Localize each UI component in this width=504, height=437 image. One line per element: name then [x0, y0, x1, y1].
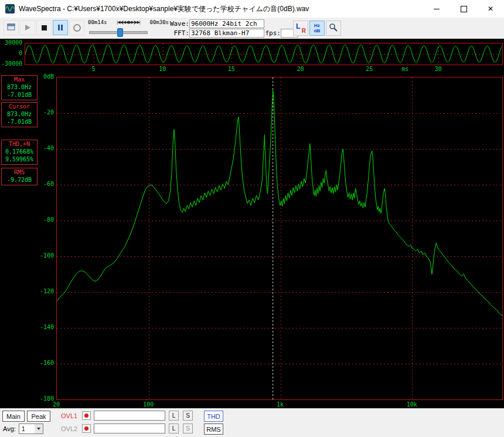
- cursor-readout: Cursor 873.0Hz -7.01dB: [1, 102, 38, 127]
- dropdown-arrow-icon[interactable]: [35, 424, 43, 433]
- ovl2-color-button[interactable]: [82, 424, 91, 433]
- spectrum-x-tick: 1k: [277, 401, 284, 408]
- thd-label: THD,+N: [2, 140, 37, 148]
- max-frequency: 873.0Hz: [2, 83, 37, 91]
- fps-label: fps:: [264, 29, 281, 37]
- wavespectra-window: { "window": { "title": "WaveSpectra - C:…: [0, 0, 504, 437]
- rms-label: RMS: [2, 168, 37, 176]
- cursor-level: -7.01dB: [2, 118, 37, 126]
- waveform-x-tick: 25: [366, 66, 373, 72]
- spectrum-y-tick: -80: [38, 216, 54, 223]
- spectrum-x-tick: 20: [53, 401, 60, 408]
- red-dot-icon: [84, 426, 88, 431]
- time-total: 00m30s: [149, 19, 169, 25]
- waveform-y-tick-zero: 0: [0, 50, 22, 56]
- waveform-x-tick: ms: [401, 66, 408, 72]
- thd-button[interactable]: THD: [204, 411, 223, 422]
- play-icon: [25, 25, 30, 31]
- waveform-x-tick: 30: [435, 66, 442, 72]
- spectrum-y-tick: -40: [38, 145, 54, 151]
- ovl2-load-button[interactable]: L: [169, 424, 179, 433]
- stop-button[interactable]: [36, 20, 52, 35]
- plot-region: 30000 0 -30000 510152025ms30 Max 873.0Hz…: [0, 39, 504, 408]
- red-dot-icon: [84, 414, 88, 418]
- seek-slider-thumb[interactable]: [117, 28, 123, 37]
- minimize-button[interactable]: [423, 0, 450, 18]
- avg-count-value: 1: [19, 426, 35, 432]
- channel-lr-icon: L R: [294, 21, 308, 35]
- spectrum-x-tick: 10k: [407, 401, 417, 408]
- seek-slider[interactable]: [89, 28, 148, 36]
- waveform-x-tick: 15: [228, 66, 235, 72]
- peak-button[interactable]: Peak: [27, 411, 50, 422]
- fft-info-row: FFT: 32768 Blkman-H7 fps:: [167, 29, 298, 38]
- bottom-control-bar: Main Peak Avg: 1 OVL1 OVL2 L S L S THD R…: [0, 408, 504, 437]
- wave-format-field: 96000Hz 24bit 2ch: [189, 19, 264, 28]
- fft-label: FFT:: [167, 29, 189, 37]
- time-current: 00m14s: [88, 19, 107, 25]
- rms-button[interactable]: RMS: [204, 424, 223, 435]
- spectrum-y-tick: -20: [38, 109, 54, 116]
- pause-button[interactable]: [53, 20, 68, 35]
- cursor-frequency: 873.0Hz: [2, 110, 37, 118]
- ovl1-color-button[interactable]: [82, 411, 91, 420]
- waveform-display: [25, 43, 503, 65]
- spectrum-display[interactable]: [56, 77, 503, 400]
- open-file-icon: [7, 23, 15, 32]
- close-button[interactable]: ✕: [477, 0, 504, 18]
- ovl2-file-field[interactable]: [94, 424, 165, 433]
- avg-label: Avg:: [3, 425, 16, 432]
- main-button[interactable]: Main: [2, 411, 25, 422]
- avg-count-dropdown[interactable]: 1: [19, 424, 43, 434]
- spectrum-y-tick: -100: [38, 252, 54, 259]
- maximize-button[interactable]: [450, 0, 477, 18]
- thd-readout: THD,+N 0.17668% 9.59965%: [1, 140, 38, 165]
- cursor-label: Cursor: [2, 103, 37, 110]
- spectrum-0db-label: 0dB: [34, 73, 54, 80]
- hz-db-icon: Hz dB: [314, 23, 321, 33]
- record-button[interactable]: [69, 20, 84, 35]
- maximize-icon: [461, 6, 467, 12]
- rms-value: -9.72dB: [2, 176, 37, 184]
- spectrum-y-tick: -140: [38, 324, 54, 330]
- spectrum-x-axis: 201001k10k: [0, 401, 504, 408]
- window-title: WaveSpectra - C:¥Users¥1700x¥Desktop¥san…: [19, 4, 423, 14]
- ovl1-load-button[interactable]: L: [169, 411, 179, 421]
- play-button[interactable]: [20, 20, 35, 35]
- toolbar: 00m14s |◀◀|◀◀ ▶▶|▶▶| 00m30s Wave: 96000H…: [0, 18, 504, 39]
- app-icon: [5, 4, 15, 13]
- titlebar[interactable]: WaveSpectra - C:¥Users¥1700x¥Desktop¥san…: [0, 0, 504, 18]
- waveform-y-tick-max: 30000: [0, 40, 22, 46]
- record-icon: [73, 24, 81, 32]
- ovl2-save-button[interactable]: S: [183, 424, 193, 433]
- waveform-x-tick: 20: [297, 66, 304, 72]
- thd-value-1: 0.17668%: [2, 148, 37, 155]
- wave-info-row: Wave: 96000Hz 24bit 2ch: [167, 19, 264, 28]
- time-cluster: 00m14s |◀◀|◀◀ ▶▶|▶▶| 00m30s: [88, 19, 169, 37]
- ovl2-label: OVL2: [61, 425, 77, 432]
- stop-icon: [42, 25, 47, 31]
- waveform-x-tick: 5: [92, 66, 96, 72]
- max-readout: Max 873.0Hz -7.01dB: [1, 75, 38, 100]
- ovl1-label: OVL1: [61, 412, 77, 419]
- ovl1-save-button[interactable]: S: [183, 411, 193, 421]
- spectrum-y-tick: -120: [38, 288, 54, 294]
- spectrum-y-tick: -160: [38, 360, 54, 366]
- waveform-x-axis: 510152025ms30: [0, 66, 504, 73]
- rms-readout: RMS -9.72dB: [1, 168, 38, 185]
- channel-lr-button[interactable]: L R: [293, 21, 308, 36]
- spectrum-x-tick: 100: [143, 401, 154, 408]
- fft-settings-field: 32768 Blkman-H7: [189, 29, 264, 38]
- minimize-icon: [434, 9, 440, 9]
- thd-value-2: 9.59965%: [2, 155, 37, 163]
- axis-mode-button[interactable]: Hz dB: [309, 21, 325, 36]
- max-level: -7.01dB: [2, 91, 37, 99]
- spectrum-y-tick: -60: [38, 181, 54, 187]
- pause-icon: [58, 25, 63, 31]
- wave-label: Wave:: [167, 20, 189, 28]
- ovl1-file-field[interactable]: [94, 411, 165, 421]
- settings-button[interactable]: [326, 21, 341, 36]
- waveform-x-tick: 10: [159, 66, 166, 72]
- transport-glyphs-icon[interactable]: |◀◀|◀◀ ▶▶|▶▶|: [117, 20, 139, 25]
- open-file-button[interactable]: [4, 20, 19, 35]
